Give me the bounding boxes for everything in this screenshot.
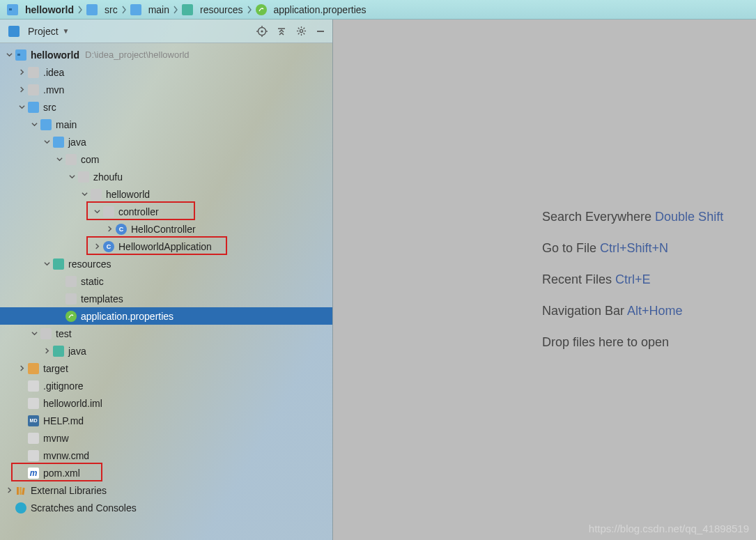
chevron-right-icon[interactable] (17, 364, 26, 373)
tree-node[interactable]: controller (0, 203, 332, 220)
file-icon (28, 398, 39, 409)
tree-node[interactable]: application.properties (0, 307, 332, 325)
svg-line-16 (303, 33, 304, 35)
project-tree[interactable]: helloworldD:\idea_project\helloworld.ide… (0, 43, 332, 540)
tree-node[interactable]: mpom.xml (0, 464, 332, 481)
chevron-down-icon[interactable] (4, 50, 14, 60)
tree-node[interactable]: resources (0, 255, 332, 272)
chevron-down-icon[interactable] (54, 155, 64, 164)
tree-node-label: helloworld (31, 49, 79, 61)
tree-node-label: templates (81, 293, 123, 304)
breadcrumb-item[interactable]: resources (179, 4, 245, 15)
breadcrumb-item[interactable]: main (128, 4, 172, 15)
folder-icon (65, 293, 77, 304)
breadcrumb-separator (172, 3, 179, 16)
tree-node[interactable]: .gitignore (0, 377, 332, 394)
svg-line-17 (303, 28, 304, 29)
tree-node[interactable]: target (0, 360, 332, 377)
md-icon: MD (28, 415, 39, 426)
tree-node[interactable]: templates (0, 290, 332, 307)
tip-text: Drop files here to open (542, 335, 669, 349)
folder-blue-icon (86, 4, 98, 15)
chevron-down-icon[interactable] (42, 137, 52, 147)
tree-node-label: HelloController (131, 224, 196, 235)
spring-icon (256, 4, 267, 15)
chevron-down-icon[interactable] (29, 329, 39, 339)
breadcrumb-item[interactable]: helloworld (4, 4, 77, 15)
folder-icon (40, 328, 52, 339)
chevron-down-icon[interactable] (29, 120, 39, 130)
svg-line-18 (298, 33, 299, 35)
tree-node[interactable]: java (0, 342, 332, 360)
tree-node[interactable]: java (0, 133, 332, 151)
tree-node-label: target (43, 363, 68, 374)
chevron-down-icon[interactable] (92, 207, 102, 217)
tree-node[interactable]: helloworld.iml (0, 394, 332, 412)
svg-point-10 (300, 29, 302, 32)
chevron-down-icon[interactable] (79, 190, 89, 199)
tree-node[interactable]: Scratches and Consoles (0, 499, 332, 516)
spring-class-icon: C (103, 241, 114, 252)
tree-node[interactable]: mvnw.cmd (0, 447, 332, 464)
tree-node[interactable]: main (0, 116, 332, 133)
tree-node-label: static (81, 276, 104, 287)
tips-list: Search Everywhere Double ShiftGo to File… (542, 210, 723, 350)
editor-tip: Go to File Ctrl+Shift+N (542, 241, 723, 256)
chevron-down-icon: ▼ (63, 27, 70, 35)
chevron-right-icon[interactable] (17, 85, 26, 95)
hide-icon[interactable] (313, 24, 328, 39)
collapse-all-icon[interactable] (274, 24, 289, 39)
folder-icon (28, 84, 39, 95)
file-icon (28, 380, 39, 392)
tree-node[interactable]: helloworldD:\idea_project\helloworld (0, 46, 332, 63)
locate-icon[interactable] (254, 24, 270, 39)
folder-blue-icon (53, 137, 64, 148)
chevron-right-icon[interactable] (92, 242, 102, 252)
arrow-placeholder (54, 311, 64, 321)
tree-node-label: pom.xml (43, 468, 80, 479)
chevron-right-icon[interactable] (17, 68, 26, 77)
tip-text: Go to File (542, 241, 600, 255)
tree-node[interactable]: src (0, 98, 332, 116)
chevron-right-icon[interactable] (4, 486, 14, 495)
tree-node[interactable]: .idea (0, 63, 332, 81)
chevron-down-icon[interactable] (67, 172, 77, 182)
chevron-down-icon[interactable] (17, 102, 26, 112)
breadcrumb-label: main (148, 4, 169, 15)
chevron-right-icon[interactable] (105, 224, 114, 234)
editor-tip: Search Everywhere Double Shift (542, 210, 723, 224)
arrow-placeholder (17, 433, 26, 443)
tree-node[interactable]: helloworld (0, 185, 332, 203)
tree-node-label: Scratches and Consoles (31, 502, 137, 514)
arrow-placeholder (17, 381, 26, 391)
tree-node-label: resources (68, 259, 111, 270)
tree-node[interactable]: com (0, 151, 332, 168)
tree-node-label: External Libraries (31, 485, 107, 496)
tree-node-label: com (81, 154, 99, 165)
scratch-icon (15, 502, 26, 514)
tree-node[interactable]: static (0, 272, 332, 290)
breadcrumb-item[interactable]: application.properties (253, 4, 369, 15)
tree-node[interactable]: mvnw (0, 429, 332, 447)
tree-node[interactable]: zhoufu (0, 168, 332, 185)
tree-node[interactable]: CHelloworldApplication (0, 238, 332, 255)
editor-tip: Recent Files Ctrl+E (542, 272, 723, 287)
tree-node[interactable]: External Libraries (0, 481, 332, 499)
arrow-placeholder (17, 399, 26, 408)
tree-node[interactable]: CHelloController (0, 220, 332, 238)
gear-icon[interactable] (293, 24, 309, 39)
breadcrumb-item[interactable]: src (84, 4, 121, 15)
arrow-placeholder (17, 451, 26, 461)
tree-node[interactable]: MDHELP.md (0, 412, 332, 429)
toolwindow-title: Project (28, 26, 59, 37)
toolwindow-title-combo[interactable]: Project ▼ (4, 24, 73, 38)
svg-point-22 (67, 312, 75, 321)
tip-text: Search Everywhere (542, 210, 655, 224)
folder-teal-icon (182, 4, 193, 15)
tree-node[interactable]: .mvn (0, 81, 332, 98)
chevron-down-icon[interactable] (42, 259, 52, 269)
arrow-placeholder (4, 503, 14, 513)
chevron-right-icon[interactable] (42, 346, 52, 356)
tree-node[interactable]: test (0, 325, 332, 342)
breadcrumb[interactable]: helloworldsrcmainresourcesapplication.pr… (0, 0, 756, 20)
